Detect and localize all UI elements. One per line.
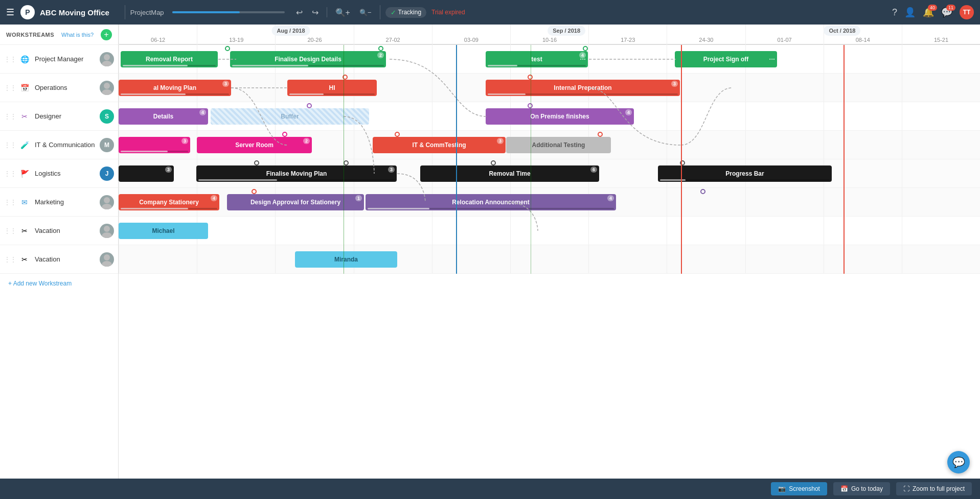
gantt-row-ops: al Moving Plan 3 HI Internal Preperation…	[119, 74, 980, 102]
bar-finalise-moving-plan[interactable]: Finalise Moving Plan 3	[196, 165, 397, 182]
milestone-log-3	[491, 160, 496, 165]
milestone-log-4	[680, 160, 685, 165]
bar-progress-bar[interactable]: Progress Bar	[658, 165, 832, 182]
hamburger-icon[interactable]: ☰	[6, 7, 14, 18]
gantt-row-itc: 3 Server Room 2 IT & CommTesting 3 Addit…	[119, 131, 980, 159]
workstream-row-log[interactable]: ⋮⋮ 🚩 Logistics J	[0, 159, 118, 188]
app-logo: P	[20, 5, 35, 19]
project-name[interactable]: ABC Moving Office	[40, 8, 109, 17]
tracking-label: Tracking	[398, 9, 422, 16]
gantt-area[interactable]: Aug / 2018 Sep / 2018 Oct / 2018 06-12 1…	[119, 25, 980, 479]
add-workstream-button[interactable]: +	[101, 29, 112, 40]
zoom-to-full-project-button[interactable]: ⛶ Zoom to full project	[896, 482, 972, 495]
tracking-toggle[interactable]: ✓ Tracking	[385, 7, 427, 18]
bar-company-stationery[interactable]: Company Stationery 4	[119, 194, 219, 210]
topnav-right: ? 👤 🔔 40 💬 11 TT	[892, 5, 974, 19]
avatar-pm	[100, 52, 114, 66]
workstream-row-des[interactable]: ⋮⋮ ✂ Designer S	[0, 102, 118, 131]
week-col-5: 03-09	[432, 25, 510, 45]
workstream-icon-vac2: ✂	[18, 253, 31, 266]
gantt-rows-container: Removal Report Finalise Design Details 2…	[119, 45, 980, 274]
drag-handle-mkt[interactable]: ⋮⋮	[4, 199, 16, 206]
chat-bubble-button[interactable]: 💬	[947, 451, 970, 473]
milestone-itc-1	[282, 132, 287, 137]
milestone-ops-2	[528, 75, 533, 80]
bar-hi[interactable]: HI	[287, 80, 377, 96]
bar-michael[interactable]: Michael	[119, 223, 208, 239]
drag-handle-log[interactable]: ⋮⋮	[4, 170, 16, 177]
milestone-pm-2	[378, 46, 383, 51]
bar-test[interactable]: test 4 ···	[486, 51, 588, 67]
bar-on-premise-finishes[interactable]: On Premise finishes 4	[486, 108, 634, 125]
drag-handle-pm[interactable]: ⋮⋮	[4, 56, 16, 63]
go-to-today-button[interactable]: 📅 Go to today	[833, 482, 890, 495]
notifications-button[interactable]: 🔔 40	[923, 7, 934, 18]
gantt-row-pm: Removal Report Finalise Design Details 2…	[119, 45, 980, 74]
bar-project-sign-off[interactable]: Project Sign off ···	[675, 51, 777, 67]
users-button[interactable]: 👤	[904, 7, 916, 18]
bar-details[interactable]: Details 4	[119, 108, 208, 125]
svg-point-8	[104, 254, 110, 260]
milestone-log-2	[344, 160, 349, 165]
bar-removal-report[interactable]: Removal Report	[121, 51, 218, 67]
svg-point-1	[102, 61, 112, 66]
add-workstream-link[interactable]: + Add new Workstream	[0, 274, 118, 293]
workstream-row-pm[interactable]: ⋮⋮ 🌐 Project Manager	[0, 45, 118, 74]
bar-itc-1[interactable]: 3	[119, 137, 190, 153]
what-is-this-link[interactable]: What is this?	[61, 32, 94, 38]
workstream-icon-vac1: ✂	[18, 225, 31, 237]
bar-buffer[interactable]: Buffer	[211, 108, 369, 125]
redo-button[interactable]: ↪	[309, 6, 322, 19]
drag-handle-vac2[interactable]: ⋮⋮	[4, 256, 16, 263]
milestone-mkt-2	[700, 189, 705, 194]
user-avatar[interactable]: TT	[960, 5, 974, 19]
week-col-8: 24-30	[667, 25, 745, 45]
gantt-row-mkt: Company Stationery 4 Design Approval for…	[119, 188, 980, 217]
bar-miranda[interactable]: Miranda	[295, 251, 397, 268]
svg-point-6	[104, 226, 110, 232]
bar-finalise-design-details[interactable]: Finalise Design Details 2	[230, 51, 386, 67]
view-name[interactable]: ProjectMap	[130, 9, 164, 16]
bar-al-moving-plan[interactable]: al Moving Plan 3	[119, 80, 231, 96]
drag-handle-des[interactable]: ⋮⋮	[4, 113, 16, 120]
gantt-row-log: 3 Finalise Moving Plan 3 Removal Time 6 …	[119, 159, 980, 188]
workstream-row-vac2[interactable]: ⋮⋮ ✂ Vacation	[0, 245, 118, 274]
bar-log-1[interactable]: 3	[119, 165, 174, 182]
screenshot-icon: 📷	[778, 485, 786, 492]
avatar-ops	[100, 81, 114, 95]
svg-point-2	[104, 83, 110, 89]
messages-button[interactable]: 💬 11	[941, 7, 952, 18]
gantt-inner: Aug / 2018 Sep / 2018 Oct / 2018 06-12 1…	[119, 25, 980, 479]
main-layout: WORKSTREAMS What is this? + ⋮⋮ 🌐 Project…	[0, 25, 980, 479]
workstream-row-vac1[interactable]: ⋮⋮ ✂ Vacation	[0, 217, 118, 245]
btn-divider	[327, 7, 327, 17]
workstream-icon-des: ✂	[18, 110, 31, 123]
workstream-name-ops: Operations	[35, 84, 100, 91]
bar-design-approval-stationery[interactable]: Design Approval for Stationery 1	[227, 194, 364, 210]
milestone-pm-3	[583, 46, 588, 51]
zoom-in-button[interactable]: 🔍+	[332, 6, 353, 19]
bar-removal-time[interactable]: Removal Time 6	[420, 165, 599, 182]
bar-server-room[interactable]: Server Room 2	[197, 137, 312, 153]
help-button[interactable]: ?	[892, 7, 897, 18]
bar-it-comm-testing[interactable]: IT & CommTesting 3	[373, 137, 506, 153]
tracking-check-icon: ✓	[391, 9, 396, 16]
workstream-name-mkt: Marketing	[35, 198, 100, 206]
bar-additional-testing[interactable]: Additional Testing	[506, 137, 611, 153]
workstream-row-itc[interactable]: ⋮⋮ 🧪 IT & Communication M	[0, 131, 118, 159]
screenshot-button[interactable]: 📷 Screenshot	[771, 482, 827, 495]
workstream-row-ops[interactable]: ⋮⋮ 📅 Operations	[0, 74, 118, 102]
bar-relocation-announcement[interactable]: Relocation Announcement 4	[366, 194, 616, 210]
workstream-row-mkt[interactable]: ⋮⋮ ✉ Marketing	[0, 188, 118, 217]
drag-handle-itc[interactable]: ⋮⋮	[4, 141, 16, 149]
avatar-itc: M	[100, 138, 114, 152]
zoom-out-button[interactable]: 🔍−	[356, 7, 375, 18]
cell-pm-10	[824, 45, 902, 73]
undo-button[interactable]: ↩	[293, 6, 306, 19]
drag-handle-vac1[interactable]: ⋮⋮	[4, 227, 16, 234]
nav-progress-bar	[172, 11, 285, 13]
workstream-name-itc: IT & Communication	[35, 141, 100, 149]
bar-internal-preperation[interactable]: Internal Preperation 3	[486, 80, 680, 96]
drag-handle-ops[interactable]: ⋮⋮	[4, 84, 16, 91]
svg-point-4	[104, 197, 110, 203]
